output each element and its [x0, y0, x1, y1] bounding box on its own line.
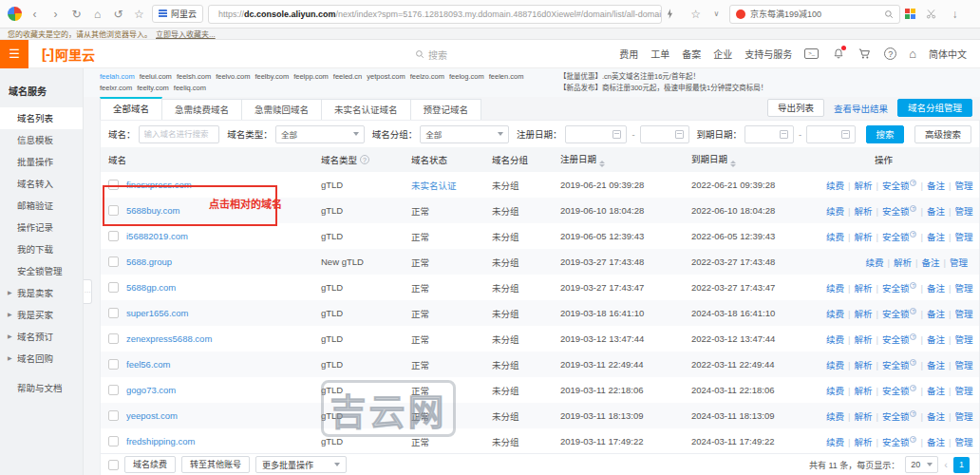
manage-link[interactable]: 管理: [954, 309, 972, 319]
dns-resolve-link[interactable]: 解析: [854, 437, 872, 447]
remark-link[interactable]: 备注: [927, 283, 945, 294]
promo-line-1[interactable]: 【批量优惠】.cn英文域名注册16元/首年起！: [559, 71, 767, 83]
group-filter-select[interactable]: 全部: [420, 125, 509, 143]
row-checkbox[interactable]: [108, 333, 119, 344]
row-checkbox[interactable]: [108, 256, 119, 267]
sidebar-item-7[interactable]: 安全锁管理: [0, 260, 83, 282]
domain-link[interactable]: zenexpress5688.com: [126, 333, 212, 344]
row-checkbox[interactable]: [108, 385, 119, 395]
tab-1[interactable]: 急需续费域名: [162, 99, 242, 120]
renew-link[interactable]: 续费: [826, 334, 844, 345]
notifications-bell-icon[interactable]: [831, 47, 845, 61]
strip-domain-link[interactable]: feelxr.com: [100, 83, 132, 94]
cell-status[interactable]: 未实名认证: [411, 179, 492, 192]
sort-icon[interactable]: [730, 161, 736, 167]
header-nav-item[interactable]: 企业: [713, 47, 732, 61]
security-lock-link[interactable]: 安全锁?: [882, 206, 917, 217]
strip-domain-link[interactable]: feelog.com: [449, 71, 484, 83]
scissors-icon[interactable]: [926, 9, 942, 19]
address-bar[interactable]: https://dc.console.aliyun.com/next/index…: [208, 5, 662, 24]
renew-link[interactable]: 续费: [826, 411, 844, 422]
strip-domain-link[interactable]: feelvo.com: [216, 71, 250, 83]
row-checkbox[interactable]: [108, 282, 119, 293]
sort-icon[interactable]: [599, 161, 605, 167]
dns-resolve-link[interactable]: 解析: [854, 232, 872, 242]
remark-link[interactable]: 备注: [927, 411, 945, 422]
sidebar-item-2[interactable]: 批量操作: [0, 151, 83, 173]
group-manage-button[interactable]: 域名分组管理: [897, 99, 972, 117]
domain-link[interactable]: yeepost.com: [126, 410, 178, 421]
remark-link[interactable]: 备注: [927, 232, 945, 242]
manage-link[interactable]: 管理: [954, 437, 972, 447]
security-lock-link[interactable]: 安全锁?: [882, 283, 917, 294]
strip-domain-link[interactable]: feelah.com: [100, 71, 135, 83]
domain-link[interactable]: 5688buy.com: [126, 205, 179, 216]
row-checkbox[interactable]: [108, 180, 119, 190]
reg-date-to-input[interactable]: [640, 125, 689, 143]
console-home-icon[interactable]: ⌂: [909, 47, 916, 61]
favorite-star-icon[interactable]: ☆: [688, 7, 704, 22]
advanced-search-button[interactable]: 高级搜索: [914, 125, 971, 143]
domain-link[interactable]: finosxpress.com: [126, 180, 192, 190]
manage-link[interactable]: 管理: [954, 206, 972, 217]
strip-domain-link[interactable]: feeled.cn: [333, 71, 362, 83]
address-dropdown-icon[interactable]: ∨: [708, 7, 725, 22]
console-search[interactable]: 搜索: [415, 40, 447, 68]
security-lock-link[interactable]: 安全锁?: [882, 180, 917, 191]
domain-link[interactable]: feel56.com: [126, 359, 170, 370]
dns-resolve-link[interactable]: 解析: [854, 283, 872, 294]
domain-link[interactable]: super1656.com: [126, 308, 188, 318]
renew-link[interactable]: 续费: [866, 257, 884, 268]
forward-icon[interactable]: ›: [47, 7, 64, 22]
dns-resolve-link[interactable]: 解析: [854, 411, 872, 422]
view-export-result-link[interactable]: 查看导出结果: [834, 102, 888, 115]
sidebar-item-8[interactable]: ▶我是卖家: [0, 282, 83, 304]
cloudshell-icon[interactable]: >_: [804, 48, 819, 59]
security-lock-link[interactable]: 安全锁?: [882, 232, 917, 242]
renew-link[interactable]: 续费: [826, 360, 844, 370]
remark-link[interactable]: 备注: [927, 309, 945, 319]
remark-link[interactable]: 备注: [927, 206, 945, 217]
strip-domain-link[interactable]: feelsh.com: [177, 71, 211, 83]
exp-date-to-input[interactable]: [806, 125, 856, 143]
strip-domain-link[interactable]: yetpost.com: [367, 71, 405, 83]
sidebar-item-10[interactable]: ▶域名预订: [0, 326, 83, 348]
promo-line-2[interactable]: 【新品发布】商标注册300元起，极速申报最快1分钟提交商标局！: [559, 83, 767, 94]
sidebar-item-9[interactable]: ▶我是买家: [0, 304, 83, 326]
flash-icon[interactable]: [667, 9, 683, 19]
header-nav-item[interactable]: 备案: [682, 47, 701, 61]
row-checkbox[interactable]: [108, 436, 119, 446]
browser-search-box[interactable]: 京东每满199减100: [729, 5, 900, 24]
sidebar-collapse-handle[interactable]: ⋮: [84, 279, 92, 304]
search-icon[interactable]: [884, 10, 894, 19]
tab-0[interactable]: 全部域名: [100, 97, 162, 120]
domain-filter-input[interactable]: [144, 129, 215, 139]
strip-domain-link[interactable]: feelui.com: [140, 71, 172, 83]
page-number-button[interactable]: 1: [953, 457, 970, 473]
tab-4[interactable]: 预登记域名: [411, 99, 482, 120]
batch-transfer-button[interactable]: 转至其他账号: [181, 456, 250, 473]
sidebar-item-5[interactable]: 操作记录: [0, 217, 83, 238]
manage-link[interactable]: 管理: [954, 386, 972, 396]
row-checkbox[interactable]: [108, 359, 119, 370]
history-icon[interactable]: ↺: [110, 7, 126, 22]
remark-link[interactable]: 备注: [927, 360, 945, 370]
domain-link[interactable]: fredshipping.com: [126, 436, 195, 446]
cart-icon[interactable]: [858, 47, 872, 61]
reg-date-from-input[interactable]: [565, 125, 628, 143]
dns-resolve-link[interactable]: 解析: [854, 206, 872, 217]
sidebar-item-11[interactable]: ▶域名回购: [0, 348, 83, 370]
sidebar-item-1[interactable]: 信息模板: [0, 129, 83, 151]
dns-resolve-link[interactable]: 解析: [894, 257, 912, 268]
manage-link[interactable]: 管理: [950, 257, 968, 268]
page-size-select[interactable]: 20: [905, 456, 938, 473]
sidebar-item-0[interactable]: 域名列表: [0, 107, 83, 129]
domain-link[interactable]: gogo73.com: [126, 385, 176, 395]
renew-link[interactable]: 续费: [826, 180, 844, 191]
more-batch-actions-select[interactable]: 更多批量操作: [255, 456, 347, 473]
tab-2[interactable]: 急需赎回域名: [242, 99, 322, 120]
renew-link[interactable]: 续费: [826, 283, 844, 294]
remark-link[interactable]: 备注: [927, 386, 945, 396]
bookmark-star-icon[interactable]: ☆: [131, 7, 147, 22]
back-icon[interactable]: ‹: [27, 7, 43, 22]
